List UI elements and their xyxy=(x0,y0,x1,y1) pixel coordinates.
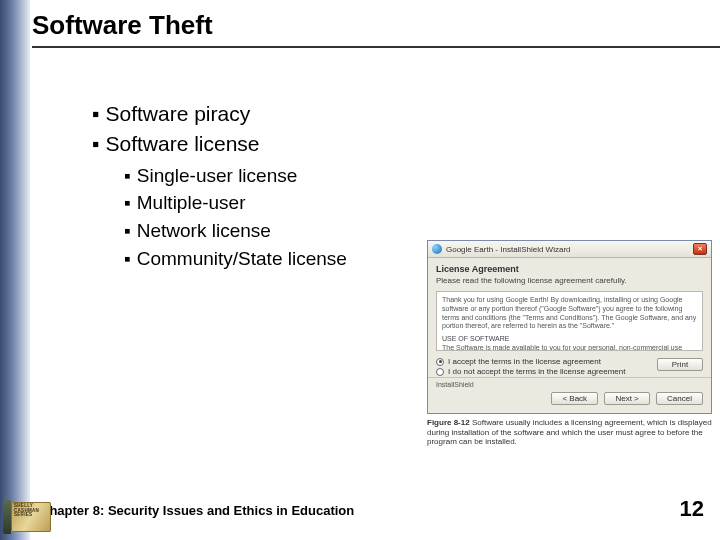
globe-icon xyxy=(432,244,442,254)
footer-page-number: 12 xyxy=(680,496,704,522)
figure-caption-text: Software usually includes a licensing ag… xyxy=(427,418,712,446)
bullet-text: Multiple-user xyxy=(137,192,246,213)
figure-license-dialog: Google Earth - InstallShield Wizard × Li… xyxy=(427,240,712,447)
list-item: ▪Software license xyxy=(92,130,692,158)
divider xyxy=(428,377,711,378)
logo-line: SERIES xyxy=(14,513,48,518)
bullet-text: Software piracy xyxy=(105,102,250,125)
license-subheading: Please read the following license agreem… xyxy=(436,276,703,285)
installer-window: Google Earth - InstallShield Wizard × Li… xyxy=(427,240,712,414)
license-text-box: Thank you for using Google Earth! By dow… xyxy=(436,291,703,351)
bullet-text: Single-user license xyxy=(137,165,298,186)
list-item: ▪Single-user license xyxy=(124,163,692,189)
figure-caption: Figure 8-12 Software usually includes a … xyxy=(427,418,712,447)
radio-icon xyxy=(436,358,444,366)
slide-title: Software Theft xyxy=(32,10,213,41)
window-titlebar: Google Earth - InstallShield Wizard × xyxy=(428,241,711,258)
back-button[interactable]: < Back xyxy=(551,392,598,405)
close-icon[interactable]: × xyxy=(693,243,707,255)
radio-label: I accept the terms in the license agreem… xyxy=(448,357,601,366)
radio-icon xyxy=(436,368,444,376)
bullet-text: Software license xyxy=(105,132,259,155)
license-heading: License Agreement xyxy=(436,264,703,274)
next-button[interactable]: Next > xyxy=(604,392,650,405)
window-title-text: Google Earth - InstallShield Wizard xyxy=(446,245,571,254)
figure-caption-label: Figure 8-12 xyxy=(427,418,470,427)
left-gradient-bar xyxy=(0,0,30,540)
title-rule xyxy=(32,46,720,48)
bullet-text: Community/State license xyxy=(137,248,347,269)
print-button[interactable]: Print xyxy=(657,358,703,371)
list-item: ▪Multiple-user xyxy=(124,190,692,216)
license-section-title: USE OF SOFTWARE xyxy=(442,335,509,342)
cancel-button[interactable]: Cancel xyxy=(656,392,703,405)
list-item: ▪Software piracy xyxy=(92,100,692,128)
installshield-label: InstallShield xyxy=(436,381,703,388)
license-body-top: Thank you for using Google Earth! By dow… xyxy=(442,296,697,331)
license-section-text: The Software is made available to you fo… xyxy=(442,344,697,351)
footer-chapter: Chapter 8: Security Issues and Ethics in… xyxy=(40,503,354,518)
bullet-text: Network license xyxy=(137,220,271,241)
series-logo: SHELLY CASHMAN SERIES xyxy=(3,500,53,534)
radio-label: I do not accept the terms in the license… xyxy=(448,367,625,376)
